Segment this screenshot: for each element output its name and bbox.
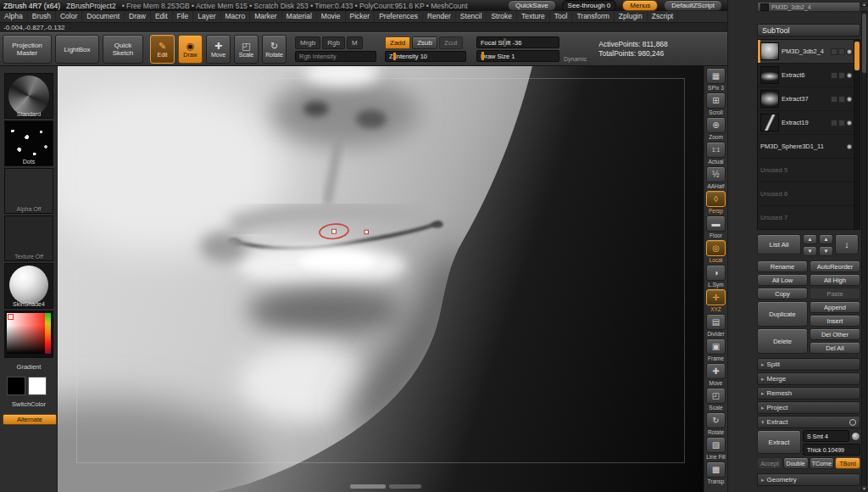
subtool-row-unused[interactable]: Unused 7 xyxy=(758,206,854,229)
right-shelf-linefill[interactable]: ▨ Line Fill xyxy=(704,437,727,461)
see-through-slider[interactable]: See-through 0 xyxy=(562,0,617,11)
subtool-row-unused[interactable]: Unused 6 xyxy=(758,182,854,206)
eye-icon[interactable] xyxy=(846,143,853,150)
stroke-selector[interactable]: Dots xyxy=(4,120,53,166)
right-shelf-spix[interactable]: ▦ SPix 3 xyxy=(704,68,727,92)
menu-brush[interactable]: Brush xyxy=(28,11,56,22)
m-button[interactable]: M xyxy=(347,36,363,49)
thick-slider[interactable]: Thick 0.10499 xyxy=(803,444,860,456)
rgb-intensity-slider[interactable]: Rgb Intensity xyxy=(295,51,376,62)
menus-button[interactable]: Menus xyxy=(622,0,658,11)
alpha-selector[interactable]: Alpha Off xyxy=(4,168,53,214)
paint-icon[interactable] xyxy=(831,96,837,103)
paint-icon[interactable] xyxy=(831,48,837,55)
subtool-row-unused[interactable]: Unused 5 xyxy=(758,159,854,182)
menu-file[interactable]: File xyxy=(173,11,194,22)
right-shelf-rotate[interactable]: ↻ Rotate xyxy=(704,412,727,436)
subtool-bottom-icon[interactable]: ▼ xyxy=(819,246,833,256)
mrgb-button[interactable]: Mrgb xyxy=(295,36,320,49)
canvas-scrollbar-segment[interactable] xyxy=(389,484,421,489)
current-tool-row[interactable]: PM3D_3db2_4 xyxy=(757,2,860,12)
tbord-button[interactable]: TBord xyxy=(835,457,860,469)
all-low-button[interactable]: All Low xyxy=(757,274,808,286)
menu-stroke[interactable]: Stroke xyxy=(487,11,517,22)
project-section-header[interactable]: ▸ Project xyxy=(757,401,860,414)
zadd-button[interactable]: Zadd xyxy=(385,36,410,49)
right-shelf-floor[interactable]: ▬ Floor xyxy=(704,215,727,239)
draw-size-slider[interactable]: Draw Size 1 xyxy=(476,50,559,62)
menu-alpha[interactable]: Alpha xyxy=(0,11,28,22)
rgb-button[interactable]: Rgb xyxy=(322,36,345,49)
gradient-toggle[interactable]: Gradient xyxy=(0,363,58,371)
z-intensity-slider[interactable]: Z Intensity 10 xyxy=(385,51,466,62)
rename-button[interactable]: Rename xyxy=(757,260,808,272)
eye-icon[interactable] xyxy=(846,96,853,103)
subtool-row[interactable]: Extract6 xyxy=(758,64,854,87)
eye-icon[interactable] xyxy=(846,72,853,79)
focal-shift-slider[interactable]: Focal Shift -36 xyxy=(476,36,559,48)
paste-button[interactable]: Paste xyxy=(810,288,860,299)
paint-icon[interactable] xyxy=(831,72,837,79)
hue-strip[interactable] xyxy=(45,313,51,354)
move-mode-button[interactable]: ✚ Move xyxy=(206,35,231,64)
menu-color[interactable]: Color xyxy=(56,11,82,22)
document-canvas[interactable] xyxy=(58,66,704,492)
zcut-button[interactable]: Zcut xyxy=(439,36,463,49)
texture-selector[interactable]: Texture Off xyxy=(4,215,53,261)
geometry-section-header[interactable]: ▸ Geometry xyxy=(757,473,860,486)
smt-knob-icon[interactable] xyxy=(851,432,860,441)
panel-scrollbar[interactable] xyxy=(861,11,867,489)
right-shelf-actual[interactable]: 1:1 Actual xyxy=(704,142,727,165)
menu-picker[interactable]: Picker xyxy=(346,11,376,22)
menu-tool[interactable]: Tool xyxy=(550,11,573,22)
sculpt-render[interactable] xyxy=(58,66,704,492)
right-shelf-lsym[interactable]: ◑ L.Sym xyxy=(704,265,727,288)
menu-preferences[interactable]: Preferences xyxy=(375,11,423,22)
subtool-section-header[interactable]: SubTool xyxy=(757,24,860,36)
projection-master-button[interactable]: Projection Master xyxy=(3,35,52,64)
right-shelf-local[interactable]: ◎ Local xyxy=(704,240,727,264)
subtool-up-icon[interactable]: ▲ xyxy=(803,234,817,244)
right-shelf-persp[interactable]: ◊ Persp xyxy=(704,191,727,215)
all-high-button[interactable]: All High xyxy=(810,274,860,286)
subtool-row[interactable]: Extract19 xyxy=(758,111,854,135)
dynamic-toggle[interactable]: Dynamic xyxy=(564,56,587,62)
duplicate-button[interactable]: Duplicate xyxy=(757,301,808,327)
menu-marker[interactable]: Marker xyxy=(250,11,281,22)
insert-button[interactable]: Insert xyxy=(810,315,860,327)
right-shelf-xyz[interactable]: ✛ XYZ xyxy=(704,289,727,313)
panel-scroll-up-icon[interactable]: ▲ xyxy=(861,1,867,7)
zsub-button[interactable]: Zsub xyxy=(412,36,437,49)
color-picker[interactable] xyxy=(4,310,53,358)
menu-macro[interactable]: Macro xyxy=(221,11,251,22)
menu-edit[interactable]: Edit xyxy=(151,11,173,22)
append-button[interactable]: Append xyxy=(810,301,860,313)
autoreorder-button[interactable]: AutoReorder xyxy=(810,260,860,272)
menu-layer[interactable]: Layer xyxy=(193,11,220,22)
focal-shift-thumb[interactable] xyxy=(504,38,506,47)
subtool-scrollbar[interactable] xyxy=(854,40,860,229)
remesh-section-header[interactable]: ▸ Remesh xyxy=(757,387,860,400)
subtool-row[interactable]: PM3D_Sphere3D1_11 xyxy=(758,135,854,159)
paint-icon[interactable] xyxy=(831,120,837,126)
split-section-header[interactable]: ▸ Split xyxy=(757,358,860,371)
eye-icon[interactable] xyxy=(846,48,853,55)
edit-mode-button[interactable]: ✎ Edit xyxy=(150,35,175,64)
canvas-scrollbar[interactable] xyxy=(350,484,386,489)
quicksave-button[interactable]: QuickSave xyxy=(508,0,556,11)
double-button[interactable]: Double xyxy=(783,457,809,469)
right-shelf-move[interactable]: ✚ Move xyxy=(704,363,727,387)
menu-transform[interactable]: Transform xyxy=(572,11,614,22)
extract-button[interactable]: Extract xyxy=(757,430,801,454)
right-shelf-zoom[interactable]: ⊕ Zoom xyxy=(704,117,727,141)
copy-button[interactable]: Copy xyxy=(757,288,808,299)
menu-movie[interactable]: Movie xyxy=(317,11,346,22)
rotate-mode-button[interactable]: ↻ Rotate xyxy=(262,35,287,64)
menu-material[interactable]: Material xyxy=(282,11,317,22)
menu-document[interactable]: Document xyxy=(82,11,125,22)
delete-button[interactable]: Delete xyxy=(757,328,808,354)
material-selector[interactable]: SkinShade4 xyxy=(4,263,53,309)
s-smt-slider[interactable]: S Smt 4 xyxy=(803,430,849,442)
merge-section-header[interactable]: ▸ Merge xyxy=(757,372,860,385)
secondary-color-swatch[interactable] xyxy=(28,377,47,395)
